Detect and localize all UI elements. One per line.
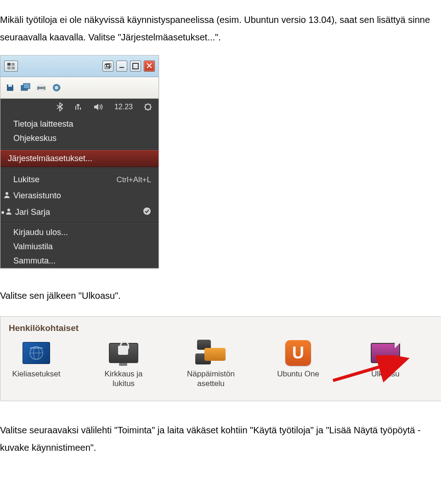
svg-rect-0 <box>7 63 11 66</box>
svg-point-18 <box>143 207 151 215</box>
menu-label: Valmiustila <box>13 242 53 252</box>
menu-label: Lukitse <box>13 175 40 185</box>
svg-point-17 <box>7 208 10 211</box>
save-icon[interactable] <box>5 83 15 93</box>
menu-label: Ohjekeskus <box>13 134 57 143</box>
system-dropdown-menu: 12.23 Tietoja laitteesta Ohjekeskus Järj… <box>0 99 158 268</box>
menu-item-system-settings[interactable]: Järjestelmäasetukset... <box>0 150 158 167</box>
personal-settings-panel: Henkilökohtaiset Kieliasetukset Kirkkaus… <box>0 316 441 401</box>
menu-item-help[interactable]: Ohjekeskus <box>0 131 158 146</box>
app-label: Ubuntu One <box>277 369 319 379</box>
close-button[interactable] <box>144 61 155 72</box>
menu-item-lock[interactable]: Lukitse Ctrl+Alt+L <box>0 172 158 188</box>
menu-item-guest[interactable]: Vierasistunto <box>0 188 158 204</box>
app-toolbar <box>0 77 158 99</box>
svg-point-16 <box>6 192 8 195</box>
app-label: Ulkoasu <box>371 369 399 379</box>
monitor-lock-icon <box>109 343 138 363</box>
volume-icon[interactable] <box>93 103 103 111</box>
system-menu-screenshot: 12.23 Tietoja laitteesta Ohjekeskus Järj… <box>0 55 159 269</box>
app-ubuntu-one[interactable]: U Ubuntu One <box>271 340 326 379</box>
menu-separator <box>0 169 158 170</box>
app-label: Näppäimistön asettelu <box>183 369 238 389</box>
shortcut-text: Ctrl+Alt+L <box>116 175 151 185</box>
power-cog-icon[interactable] <box>144 103 152 111</box>
app-keyboard[interactable]: Näppäimistön asettelu <box>183 340 238 389</box>
person-icon <box>5 207 12 217</box>
menu-separator <box>0 223 158 224</box>
workspace-switcher-icon[interactable] <box>4 61 18 72</box>
intro-paragraph: Mikäli työtiloja ei ole näkyvissä käynni… <box>0 9 441 46</box>
bluetooth-icon[interactable] <box>57 102 63 112</box>
app-appearance[interactable]: Ulkoasu <box>358 340 413 379</box>
after-shot1-paragraph: Valitse sen jälkeen "Ulkoasu". <box>0 278 441 307</box>
titlebar-left-group <box>4 61 18 72</box>
printer-icon[interactable] <box>36 83 46 93</box>
minimize-button[interactable] <box>116 61 127 72</box>
menu-item-shutdown[interactable]: Sammuta... <box>0 254 158 268</box>
app-label: Kieliasetukset <box>12 369 61 379</box>
menu-item-suspend[interactable]: Valmiustila <box>0 240 158 254</box>
menu-item-user[interactable]: Jari Sarja <box>0 204 158 221</box>
svg-rect-1 <box>11 63 15 66</box>
svg-point-14 <box>55 86 58 90</box>
menu-separator <box>0 147 158 148</box>
panel-heading: Henkilökohtaiset <box>9 323 441 333</box>
svg-rect-8 <box>23 84 30 89</box>
maximize-button[interactable] <box>130 61 141 72</box>
svg-rect-10 <box>39 84 44 87</box>
menu-label: Kirjaudu ulos... <box>13 228 68 237</box>
menu-label: Järjestelmäasetukset... <box>8 154 92 163</box>
svg-rect-3 <box>11 67 15 69</box>
menu-item-about[interactable]: Tietoja laitteesta <box>0 117 158 131</box>
extra-window-icon[interactable] <box>102 61 113 72</box>
svg-rect-2 <box>7 67 11 69</box>
menu-label: Vierasistunto <box>13 191 61 201</box>
ubuntu-one-icon: U <box>285 340 311 366</box>
globe-icon <box>23 342 50 364</box>
app-label: Kirkkaus ja lukitus <box>96 369 151 389</box>
app-brightness-lock[interactable]: Kirkkaus ja lukitus <box>96 340 151 389</box>
window-titlebar <box>0 56 158 77</box>
svg-rect-11 <box>39 89 44 91</box>
menu-label: Sammuta... <box>13 256 56 266</box>
person-icon <box>3 191 11 201</box>
speaker-icon[interactable] <box>52 83 62 93</box>
active-dot-icon <box>1 211 4 214</box>
menu-label: Tietoja laitteesta <box>13 119 73 129</box>
outro-paragraph: Valitse seuraavaksi välilehti "Toiminta"… <box>0 410 441 456</box>
menu-label: Jari Sarja <box>15 207 50 217</box>
svg-point-12 <box>44 88 45 89</box>
keyboard-layout-icon <box>195 340 226 366</box>
clock-text[interactable]: 12.23 <box>114 103 133 111</box>
apps-row: Kieliasetukset Kirkkaus ja lukitus Näppä… <box>9 340 441 389</box>
app-language[interactable]: Kieliasetukset <box>9 340 64 379</box>
window-stack-icon[interactable] <box>21 83 31 93</box>
menu-item-logout[interactable]: Kirjaudu ulos... <box>0 225 158 240</box>
svg-rect-6 <box>8 84 12 87</box>
network-icon[interactable] <box>74 103 82 111</box>
checkmark-icon <box>143 207 151 218</box>
indicator-tray: 12.23 <box>0 99 158 117</box>
appearance-icon <box>371 343 400 363</box>
